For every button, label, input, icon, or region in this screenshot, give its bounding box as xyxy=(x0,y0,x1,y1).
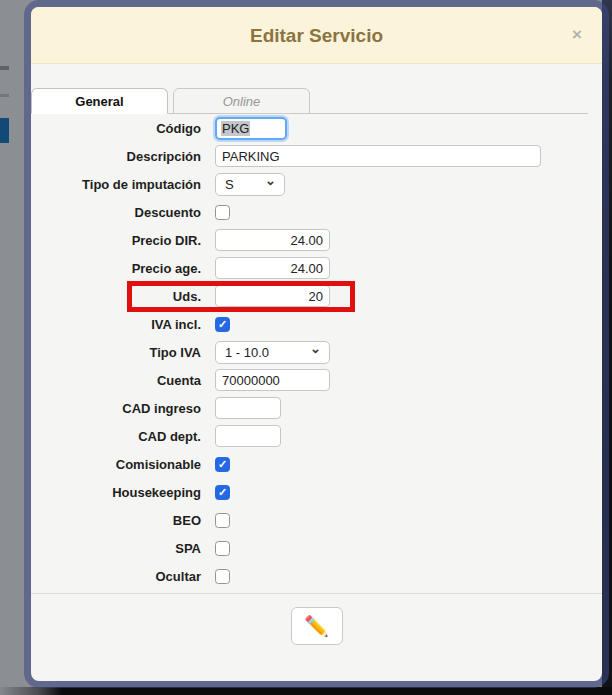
ocultar-checkbox[interactable]: ✓ xyxy=(215,569,230,584)
select-value: 1 - 10.0 xyxy=(225,345,269,360)
field-label-cad-ingreso: CAD ingreso xyxy=(31,401,201,416)
check-icon: ✓ xyxy=(218,487,227,498)
dialog-body: General Online Código PKG Descripción Ti… xyxy=(31,64,602,645)
tab-bar: General Online xyxy=(31,87,588,114)
iva-incl-checkbox[interactable]: ✓ xyxy=(215,317,230,332)
selected-text: PKG xyxy=(221,121,250,136)
comisionable-checkbox[interactable]: ✓ xyxy=(215,457,230,472)
service-form: Código PKG Descripción Tipo de imputació… xyxy=(31,117,602,587)
precio-age-input[interactable] xyxy=(215,257,330,279)
field-label-tipo-imputacion: Tipo de imputación xyxy=(31,177,201,192)
page-background: Editar Servicio × General Online Código … xyxy=(0,0,612,695)
field-label-codigo: Código xyxy=(31,121,201,136)
form-row: BEO ✓ xyxy=(31,509,602,531)
uds-input[interactable] xyxy=(215,285,330,307)
close-icon[interactable]: × xyxy=(568,26,586,44)
form-row: Comisionable ✓ xyxy=(31,453,602,475)
tab-online[interactable]: Online xyxy=(173,88,310,114)
background-table-row-divider xyxy=(0,66,9,70)
field-label-tipo-iva: Tipo IVA xyxy=(31,345,201,360)
form-row: IVA incl. ✓ xyxy=(31,313,602,335)
cuenta-input[interactable] xyxy=(215,369,330,391)
field-label-descripcion: Descripción xyxy=(31,149,201,164)
dialog-title: Editar Servicio xyxy=(31,7,602,64)
background-selected-row xyxy=(0,118,9,143)
edit-button[interactable]: ✏️ xyxy=(291,607,343,645)
form-row: Tipo de imputación S ⌄ xyxy=(31,173,602,195)
form-row: Precio age. xyxy=(31,257,602,279)
field-label-cad-dept: CAD dept. xyxy=(31,429,201,444)
background-bottom-strip xyxy=(0,687,612,695)
field-label-ocultar: Ocultar xyxy=(31,569,201,584)
form-row: Ocultar ✓ xyxy=(31,565,602,587)
housekeeping-checkbox[interactable]: ✓ xyxy=(215,485,230,500)
background-table-strip xyxy=(0,0,9,695)
cad-dept-input[interactable] xyxy=(215,425,281,447)
field-label-comisionable: Comisionable xyxy=(31,457,201,472)
select-value: S xyxy=(225,177,234,192)
chevron-down-icon: ⌄ xyxy=(310,344,321,354)
precio-dir-input[interactable] xyxy=(215,229,330,251)
field-label-cuenta: Cuenta xyxy=(31,373,201,388)
field-label-uds: Uds. xyxy=(31,289,201,304)
dialog-footer: ✏️ xyxy=(31,593,602,645)
cad-ingreso-input[interactable] xyxy=(215,397,281,419)
tipo-imputacion-select[interactable]: S ⌄ xyxy=(215,173,285,196)
chevron-down-icon: ⌄ xyxy=(265,176,276,186)
field-label-spa: SPA xyxy=(31,541,201,556)
beo-checkbox[interactable]: ✓ xyxy=(215,513,230,528)
codigo-input[interactable]: PKG xyxy=(215,117,287,140)
descripcion-input[interactable] xyxy=(215,145,541,167)
form-row: Precio DIR. xyxy=(31,229,602,251)
form-row: Descuento ✓ xyxy=(31,201,602,223)
form-row: SPA ✓ xyxy=(31,537,602,559)
field-label-precio-dir: Precio DIR. xyxy=(31,233,201,248)
form-row: Tipo IVA 1 - 10.0 ⌄ xyxy=(31,341,602,363)
form-row: Uds. xyxy=(31,285,602,307)
field-label-descuento: Descuento xyxy=(31,205,201,220)
edit-service-dialog: Editar Servicio × General Online Código … xyxy=(31,7,602,681)
field-label-iva-incl: IVA incl. xyxy=(31,317,201,332)
field-label-beo: BEO xyxy=(31,513,201,528)
tipo-iva-select[interactable]: 1 - 10.0 ⌄ xyxy=(215,341,330,364)
form-row: Descripción xyxy=(31,145,602,167)
form-row: Cuenta xyxy=(31,369,602,391)
field-label-housekeeping: Housekeeping xyxy=(31,485,201,500)
background-right-strip xyxy=(602,0,612,695)
form-row: CAD dept. xyxy=(31,425,602,447)
form-row: CAD ingreso xyxy=(31,397,602,419)
pencil-icon: ✏️ xyxy=(304,614,329,638)
spa-checkbox[interactable]: ✓ xyxy=(215,541,230,556)
descuento-checkbox[interactable]: ✓ xyxy=(215,205,230,220)
field-label-precio-age: Precio age. xyxy=(31,261,201,276)
check-icon: ✓ xyxy=(218,319,227,330)
form-row: Housekeeping ✓ xyxy=(31,481,602,503)
dialog-header: Editar Servicio × xyxy=(31,7,602,64)
check-icon: ✓ xyxy=(218,459,227,470)
form-row: Código PKG xyxy=(31,117,602,139)
tab-general[interactable]: General xyxy=(31,88,168,114)
background-table-row-divider xyxy=(0,94,9,97)
